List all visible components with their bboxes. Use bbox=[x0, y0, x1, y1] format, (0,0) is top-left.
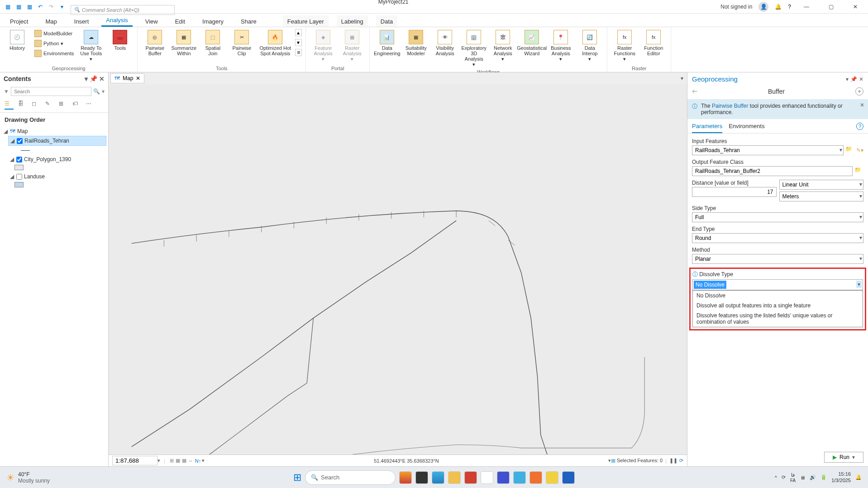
dropdown-icon[interactable]: ▾ bbox=[859, 214, 862, 220]
close-button[interactable]: ✕ bbox=[846, 4, 864, 10]
exploratory-3d-button[interactable]: 🏢Exploratory 3D Analysis ▾ bbox=[460, 29, 487, 68]
volume-icon[interactable]: 🔊 bbox=[810, 474, 816, 480]
map-scale-input[interactable] bbox=[112, 456, 157, 465]
taskbar-app[interactable] bbox=[481, 471, 493, 484]
command-search[interactable]: 🔍 Command Search (Alt+Q) bbox=[71, 5, 175, 15]
map-canvas[interactable] bbox=[109, 84, 687, 455]
map-tab[interactable]: 🗺 Map ✕ bbox=[110, 73, 144, 83]
list-by-snapping-icon[interactable]: ⊞ bbox=[59, 100, 68, 110]
tools-button[interactable]: 🧰 Tools bbox=[106, 29, 134, 52]
output-fc-field[interactable]: RailRoads_Tehran_Buffer2 bbox=[692, 166, 853, 176]
unit-dropdown[interactable]: Meters▾ bbox=[779, 191, 864, 201]
pause-icon[interactable]: ❚❚ bbox=[669, 458, 677, 464]
data-engineering-button[interactable]: 📊Data Engineering bbox=[373, 29, 401, 57]
toc-map[interactable]: ◢ 🗺 Map bbox=[2, 127, 106, 136]
network-icon[interactable]: 🖥 bbox=[800, 475, 805, 480]
list-by-editing-icon[interactable]: ✎ bbox=[45, 100, 54, 110]
input-features-field[interactable]: RailRoads_Tehran▾ bbox=[692, 145, 844, 155]
data-interop-button[interactable]: 🔄Data Interop ▾ bbox=[576, 29, 603, 63]
history-button[interactable]: 🕘 History bbox=[4, 29, 31, 52]
add-to-favorites-icon[interactable]: + bbox=[855, 87, 863, 96]
visibility-button[interactable]: 👁Visibility Analysis bbox=[431, 29, 458, 57]
tab-analysis[interactable]: Analysis bbox=[101, 14, 132, 27]
close-tab-icon[interactable]: ✕ bbox=[136, 75, 140, 81]
taskbar-app[interactable] bbox=[513, 471, 526, 484]
run-button[interactable]: ▶Run ▾ bbox=[824, 452, 863, 463]
geostat-button[interactable]: 📈Geostatistical Wizard bbox=[518, 29, 545, 57]
notifications-icon[interactable]: 🔔 bbox=[855, 474, 862, 480]
tab-insert[interactable]: Insert bbox=[70, 15, 94, 27]
dropdown-icon[interactable]: ▾ bbox=[856, 281, 862, 288]
dropdown-icon[interactable]: ▾ bbox=[859, 255, 862, 262]
start-button[interactable]: ⊞ bbox=[293, 472, 301, 483]
minimize-button[interactable]: — bbox=[797, 4, 816, 10]
expand-icon[interactable]: ◢ bbox=[4, 128, 8, 134]
ready-to-use-button[interactable]: ☁ Ready To Use Tools ▾ bbox=[77, 29, 105, 63]
refresh-icon[interactable]: ⟳ bbox=[679, 458, 683, 464]
environments-button[interactable]: Environments bbox=[33, 49, 76, 58]
user-avatar-icon[interactable]: 👤 bbox=[758, 2, 768, 12]
tab-project[interactable]: Project bbox=[5, 15, 33, 27]
panel-options-icon[interactable]: ▾ bbox=[85, 75, 88, 82]
raster-analysis-button[interactable]: ▦Raster Analysis ▾ bbox=[339, 29, 366, 63]
tab-share[interactable]: Share bbox=[236, 15, 261, 27]
tools-gallery-down-icon[interactable]: ▾ bbox=[295, 39, 302, 46]
clock[interactable]: 15:16 1/3/2025 bbox=[831, 471, 851, 483]
tab-view[interactable]: View bbox=[141, 15, 162, 27]
status-icon[interactable]: ▦ bbox=[176, 458, 180, 464]
panel-close-icon[interactable]: ✕ bbox=[859, 76, 863, 82]
layer-visibility-checkbox[interactable] bbox=[17, 138, 23, 144]
dissolve-type-dropdown[interactable]: No Dissolve ▾ bbox=[692, 279, 863, 290]
panel-close-icon[interactable]: ✕ bbox=[99, 75, 105, 82]
taskbar-app[interactable] bbox=[399, 471, 412, 484]
function-editor-button[interactable]: fxFunction Editor bbox=[640, 29, 667, 57]
taskbar-app[interactable] bbox=[497, 471, 510, 484]
dropdown-icon[interactable]: ▾ bbox=[859, 181, 862, 187]
taskbar-word[interactable] bbox=[562, 471, 575, 484]
panel-pin-icon[interactable]: 📌 bbox=[850, 76, 857, 82]
tab-edit[interactable]: Edit bbox=[171, 15, 190, 27]
suitability-button[interactable]: ▦Suitability Modeler bbox=[402, 29, 429, 57]
save-icon[interactable]: ▦ bbox=[25, 3, 33, 11]
python-button[interactable]: Python ▾ bbox=[33, 39, 76, 48]
weather-widget[interactable]: ☀ 40°F Mostly sunny bbox=[6, 471, 50, 484]
view-options-icon[interactable]: ▾ bbox=[681, 75, 687, 81]
panel-options-icon[interactable]: ▾ bbox=[846, 76, 849, 82]
taskbar-edge[interactable] bbox=[432, 471, 444, 484]
list-by-labeling-icon[interactable]: 🏷 bbox=[72, 100, 81, 110]
taskbar-app[interactable] bbox=[464, 471, 477, 484]
undo-icon[interactable]: ↶ bbox=[36, 3, 44, 11]
status-icon[interactable]: N↑ bbox=[195, 458, 201, 464]
status-icon[interactable]: ▦ bbox=[182, 458, 186, 464]
expand-icon[interactable]: ◢ bbox=[10, 138, 15, 144]
expand-icon[interactable]: ◢ bbox=[10, 156, 14, 163]
dissolve-option[interactable]: No Dissolve bbox=[693, 291, 863, 301]
expand-icon[interactable]: ◢ bbox=[10, 173, 14, 180]
new-project-icon[interactable]: ▦ bbox=[4, 3, 12, 11]
more-options-icon[interactable]: ⋯ bbox=[86, 100, 95, 110]
tab-feature-layer[interactable]: Feature Layer bbox=[283, 15, 329, 27]
list-by-source-icon[interactable]: 🗄 bbox=[18, 100, 27, 110]
help-icon[interactable]: ? bbox=[856, 123, 863, 130]
search-options-icon[interactable]: ▾ bbox=[102, 88, 105, 95]
maximize-button[interactable]: ▢ bbox=[822, 4, 840, 10]
sync-icon[interactable]: ⟳ bbox=[782, 474, 786, 480]
battery-icon[interactable]: 🔋 bbox=[820, 474, 827, 480]
lang-indicator[interactable]: فا bbox=[790, 472, 796, 478]
pairwise-buffer-button[interactable]: ◎Pairwise Buffer bbox=[141, 29, 168, 57]
pairwise-buffer-link[interactable]: Pairwise Buffer bbox=[712, 103, 748, 109]
notifications-icon[interactable]: 🔔 bbox=[775, 4, 782, 10]
modelbuilder-button[interactable]: ModelBuilder bbox=[33, 29, 76, 38]
info-icon[interactable]: ⓘ bbox=[692, 271, 698, 277]
tab-data[interactable]: Data bbox=[376, 15, 397, 27]
help-icon[interactable]: ? bbox=[788, 4, 791, 10]
signin-label[interactable]: Not signed in bbox=[720, 4, 752, 10]
network-button[interactable]: 🕸Network Analysis ▾ bbox=[489, 29, 516, 63]
tab-parameters[interactable]: Parameters bbox=[692, 123, 722, 133]
end-type-dropdown[interactable]: Round▾ bbox=[692, 233, 863, 243]
feature-analysis-button[interactable]: ◈Feature Analysis ▾ bbox=[310, 29, 337, 63]
summarize-within-button[interactable]: ▦Summarize Within bbox=[170, 29, 197, 57]
taskbar-app[interactable] bbox=[415, 471, 428, 484]
status-icon[interactable]: ↔ bbox=[188, 458, 193, 464]
layer-visibility-checkbox[interactable] bbox=[16, 157, 22, 163]
